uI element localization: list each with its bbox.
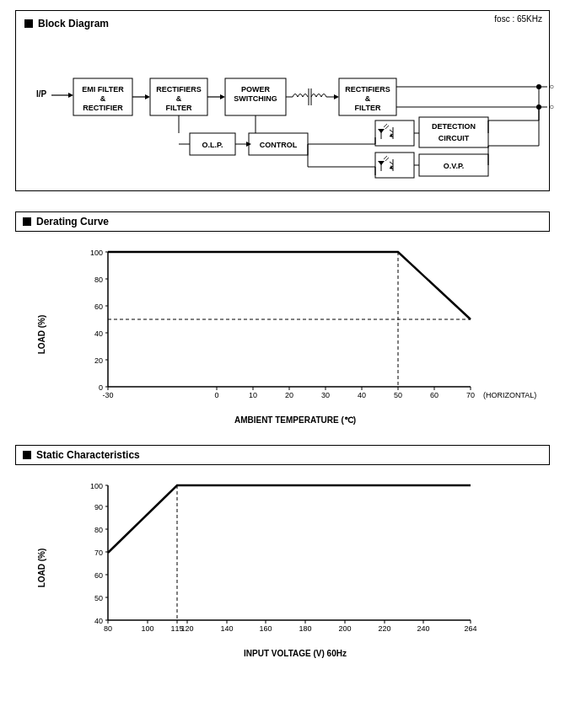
svg-text:RECTIFIER: RECTIFIER xyxy=(83,104,123,112)
svg-text:&: & xyxy=(365,94,371,103)
svg-text:POWER: POWER xyxy=(241,85,271,94)
derating-curve-title: Derating Curve xyxy=(36,216,109,228)
block-diagram-section: Block Diagram fosc : 65KHz I/P EMI FILTE… xyxy=(15,10,550,191)
svg-text:30: 30 xyxy=(321,391,330,399)
svg-text:220: 220 xyxy=(378,624,390,633)
svg-text:160: 160 xyxy=(259,624,272,633)
derating-x-axis-label: AMBIENT TEMPERATURE (℃) xyxy=(66,415,525,425)
svg-text:DETECTION: DETECTION xyxy=(432,122,476,131)
svg-text:70: 70 xyxy=(94,549,103,557)
svg-text:CONTROL: CONTROL xyxy=(260,141,298,149)
svg-text:60: 60 xyxy=(94,302,103,311)
svg-text:CIRCUIT: CIRCUIT xyxy=(439,134,470,142)
svg-text:O.V.P.: O.V.P. xyxy=(444,162,465,170)
svg-text:70: 70 xyxy=(466,391,475,399)
svg-text:20: 20 xyxy=(94,356,103,365)
svg-text:FILTER: FILTER xyxy=(355,104,381,112)
svg-text:120: 120 xyxy=(180,624,193,633)
derating-curve-section: Derating Curve LOAD (%) 0 20 40 60 80 10… xyxy=(15,211,550,425)
block-diagram-header: Block Diagram xyxy=(24,18,541,29)
svg-text:0: 0 xyxy=(214,391,218,399)
svg-text:&: & xyxy=(176,94,182,103)
section-icon xyxy=(24,19,33,28)
svg-text:90: 90 xyxy=(94,503,103,511)
block-diagram-svg: I/P EMI FILTER & RECTIFIER RECTIFIERS & … xyxy=(24,36,556,184)
static-char-header: Static Characteristics xyxy=(15,445,550,465)
svg-text:&: & xyxy=(100,94,106,103)
section-icon-derating xyxy=(23,217,31,226)
svg-text:EMI FILTER: EMI FILTER xyxy=(82,85,124,94)
static-chart-svg: 40 50 60 70 80 90 100 80 100 115 120 xyxy=(66,477,521,645)
svg-text:-30: -30 xyxy=(102,391,113,399)
static-x-axis-label: INPUT VOLTAGE (V) 60Hz xyxy=(66,649,525,658)
svg-text:80: 80 xyxy=(94,276,103,284)
svg-marker-22 xyxy=(334,94,339,99)
svg-text:100: 100 xyxy=(90,249,103,257)
svg-text:100: 100 xyxy=(141,624,153,633)
svg-text:50: 50 xyxy=(394,391,402,399)
svg-text:RECTIFIERS: RECTIFIERS xyxy=(345,85,390,94)
static-char-title: Static Characteristics xyxy=(36,449,140,461)
svg-text:FILTER: FILTER xyxy=(166,104,192,112)
svg-text:10: 10 xyxy=(249,391,257,399)
svg-text:40: 40 xyxy=(94,617,103,625)
svg-text:RECTIFIERS: RECTIFIERS xyxy=(156,85,202,94)
svg-text:40: 40 xyxy=(94,329,103,338)
svg-marker-2 xyxy=(68,93,73,98)
svg-text:(HORIZONTAL): (HORIZONTAL) xyxy=(483,391,536,399)
fosc-label: fosc : 65KHz xyxy=(494,14,542,24)
derating-chart-svg: 0 20 40 60 80 100 -30 0 10 20 30 xyxy=(66,244,521,412)
svg-text:264: 264 xyxy=(464,624,476,633)
svg-marker-14 xyxy=(220,94,225,99)
block-diagram-title: Block Diagram xyxy=(38,18,109,29)
svg-text:SWITCHING: SWITCHING xyxy=(234,94,277,103)
svg-text:50: 50 xyxy=(94,594,103,602)
static-y-axis-label: LOAD (%) xyxy=(37,548,46,587)
svg-text:I/P: I/P xyxy=(36,89,47,99)
section-icon-static xyxy=(23,451,31,459)
svg-text:140: 140 xyxy=(220,624,233,633)
svg-text:60: 60 xyxy=(430,391,439,399)
svg-text:20: 20 xyxy=(285,391,293,399)
svg-text:○ -V: ○ -V xyxy=(549,102,556,111)
svg-text:40: 40 xyxy=(358,391,366,399)
derating-y-axis-label: LOAD (%) xyxy=(37,314,46,354)
svg-text:O.L.P.: O.L.P. xyxy=(202,141,223,149)
svg-text:○ +V: ○ +V xyxy=(549,82,556,91)
svg-text:180: 180 xyxy=(299,624,311,633)
svg-text:200: 200 xyxy=(338,624,351,633)
static-char-section: Static Characteristics LOAD (%) 40 50 60… xyxy=(15,445,550,658)
svg-text:100: 100 xyxy=(90,482,103,490)
svg-text:240: 240 xyxy=(417,624,429,633)
derating-curve-header: Derating Curve xyxy=(15,211,550,232)
svg-marker-8 xyxy=(145,94,150,99)
svg-text:80: 80 xyxy=(94,526,103,534)
svg-text:80: 80 xyxy=(104,624,112,633)
svg-text:60: 60 xyxy=(94,571,103,580)
